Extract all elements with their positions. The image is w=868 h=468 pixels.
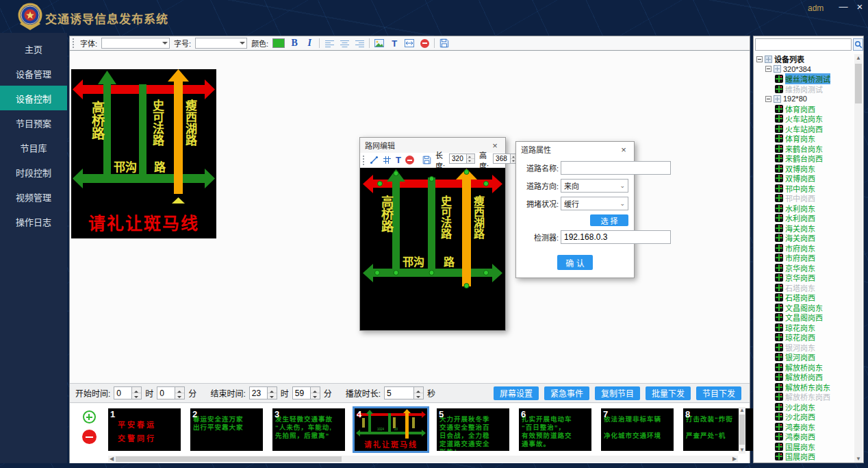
remove-program-button[interactable]	[82, 430, 97, 444]
congestion-select[interactable]: 缓行 ⌄	[561, 197, 628, 210]
align-right-button[interactable]	[354, 38, 365, 49]
tree-item[interactable]: 320*384	[754, 64, 856, 75]
tree-item[interactable]: 水利岗东	[754, 204, 856, 214]
tree-item[interactable]: 银河岗东	[754, 343, 856, 353]
close-button[interactable]: ×	[853, 1, 867, 13]
sidebar-item[interactable]: 时段控制	[0, 160, 67, 184]
editor-canvas[interactable]: 高桥路 史可法路 瘦西湖路 邗沟 路	[360, 168, 505, 330]
text-tool-button[interactable]: T	[389, 38, 400, 49]
tree-item[interactable]: 鸿泰岗东	[754, 422, 856, 432]
font-size-select[interactable]	[195, 38, 247, 49]
tree-item[interactable]: 银河岗西	[754, 352, 856, 362]
tree-item[interactable]: 京华岗西	[754, 273, 856, 283]
tree-item[interactable]: 双博岗西	[754, 173, 856, 184]
tree-item[interactable]: 解放桥东岗东	[754, 382, 856, 393]
tree-item[interactable]: 192*80	[754, 94, 856, 104]
save-tool-button[interactable]	[422, 155, 431, 166]
tree-item[interactable]: 螺丝湾桥测试	[754, 74, 856, 84]
sidebar-item[interactable]: 主页	[0, 36, 67, 61]
tree-expand-icon[interactable]	[765, 66, 771, 72]
tree-item[interactable]: 解放桥岗东	[754, 362, 856, 373]
road-name-input[interactable]	[561, 161, 671, 175]
tree-item[interactable]: 石塔岗西	[754, 293, 856, 303]
tree-item[interactable]: 体育岗西	[754, 104, 856, 114]
end-minute-spinner[interactable]	[311, 386, 320, 399]
start-minute-spinner[interactable]	[175, 386, 185, 399]
fit-width-button[interactable]	[404, 38, 415, 49]
search-button[interactable]	[853, 38, 863, 51]
align-left-button[interactable]	[324, 38, 335, 49]
add-program-button[interactable]	[83, 410, 96, 423]
sidebar-item[interactable]: 设备管理	[0, 61, 67, 86]
tree-item[interactable]: 水利岗西	[754, 213, 856, 223]
thumbnails-vertical-scrollbar[interactable]: ▲ ▼	[739, 407, 745, 454]
sidebar-item[interactable]: 设备控制	[0, 86, 67, 110]
tree-item[interactable]: 市府岗东	[754, 243, 856, 254]
program-thumbnail[interactable]: 7 依法治理非标车辆 净化城市交通环境	[601, 408, 674, 451]
sidebar-item[interactable]: 节目预案	[0, 110, 67, 135]
tree-item[interactable]: 琼花岗东	[754, 323, 856, 333]
delete-tool-button[interactable]	[405, 155, 414, 166]
tree-item[interactable]: 石塔岗东	[754, 283, 856, 293]
tree-item[interactable]: 体育岗东	[754, 134, 856, 144]
confirm-button[interactable]: 确 认	[557, 255, 593, 270]
height-input[interactable]	[493, 153, 511, 164]
tree-item[interactable]: 琼花岗西	[754, 332, 856, 343]
tree-item[interactable]: 解放桥岗西	[754, 372, 856, 382]
save-button[interactable]	[439, 38, 450, 49]
dialog-close-button[interactable]: ×	[618, 145, 629, 155]
program-thumbnail[interactable]: 3 发生轻微交通事故 “人未伤，车能动, 先拍照，后撤离”	[272, 408, 345, 451]
junction-tool-button[interactable]	[383, 155, 392, 166]
tree-scrollbar[interactable]: ▲ ▼	[854, 54, 863, 463]
tree-item[interactable]: 海关岗东	[754, 223, 856, 234]
tree-item[interactable]: 邗中岗东	[754, 184, 856, 194]
tree-expand-icon[interactable]	[756, 56, 763, 62]
action-button[interactable]: 紧急事件	[544, 386, 589, 400]
program-thumbnail-selected[interactable]: 4 1024 20 请礼让斑马线	[355, 408, 427, 451]
minimize-button[interactable]: —	[837, 1, 850, 13]
color-swatch[interactable]	[272, 38, 285, 48]
tree-item[interactable]: 设备列表	[754, 54, 856, 64]
tree-item[interactable]: 京华岗东	[754, 263, 856, 273]
tree-item[interactable]: 市府岗西	[754, 253, 856, 263]
length-input[interactable]	[449, 153, 467, 164]
tree-item[interactable]: 邗中岗西	[754, 193, 856, 204]
align-center-button[interactable]	[339, 38, 350, 49]
tree-item[interactable]: 国展岗东	[754, 442, 856, 452]
tree-item[interactable]: 维扬岗测试	[754, 84, 856, 95]
tree-item[interactable]: 海关岗西	[754, 233, 856, 243]
toolbar-grip-icon[interactable]	[363, 156, 364, 165]
tree-item[interactable]: 火车站岗东	[754, 114, 856, 124]
sidebar-item[interactable]: 节目库	[0, 135, 67, 160]
tree-item[interactable]: 火车站岗西	[754, 124, 856, 134]
duration-spinner[interactable]	[414, 386, 424, 399]
select-button[interactable]: 选 择	[590, 214, 628, 226]
road-direction-select[interactable]: 来向 ⌄	[561, 179, 628, 193]
tree-item[interactable]: 沙北岗东	[754, 402, 856, 412]
sidebar-item[interactable]: 操作日志	[0, 209, 67, 234]
font-select[interactable]	[101, 38, 170, 49]
dialog-titlebar[interactable]: 道路属性 ×	[516, 142, 634, 157]
duration-input[interactable]	[384, 386, 414, 399]
length-spinner[interactable]	[467, 153, 475, 164]
program-thumbnail[interactable]: 1 平安春运 交警同行	[108, 408, 181, 451]
action-button[interactable]: 批量下发	[646, 386, 691, 400]
end-hour-input[interactable]	[249, 386, 268, 399]
insert-image-button[interactable]	[374, 38, 385, 49]
sign-preview[interactable]: 高桥路 史可法路 瘦西湖路 邗沟 路 请礼让斑马线	[71, 69, 216, 238]
action-button[interactable]: 节目下发	[696, 386, 741, 400]
start-hour-input[interactable]	[114, 386, 132, 399]
toolbar-grip-icon[interactable]	[73, 38, 75, 48]
draw-line-tool-button[interactable]	[370, 155, 379, 166]
program-thumbnail[interactable]: 6 扎实开展电动车 “百日整治”， 有效预防道路交 通事故。	[519, 408, 591, 451]
end-hour-spinner[interactable]	[268, 386, 277, 399]
delete-button[interactable]	[419, 38, 430, 49]
tree-item[interactable]: 文昌阁岗西	[754, 312, 856, 323]
bold-button[interactable]: B	[289, 38, 300, 49]
end-minute-input[interactable]	[292, 386, 311, 399]
tree-item[interactable]: 来鹤台岗东	[754, 144, 856, 154]
italic-button[interactable]: I	[304, 38, 315, 49]
tree-item[interactable]: 双博岗东	[754, 164, 856, 174]
tree-item[interactable]: 国展岗西	[754, 452, 856, 462]
thumbnails-horizontal-scrollbar[interactable]: ◀ ▶	[108, 456, 738, 463]
